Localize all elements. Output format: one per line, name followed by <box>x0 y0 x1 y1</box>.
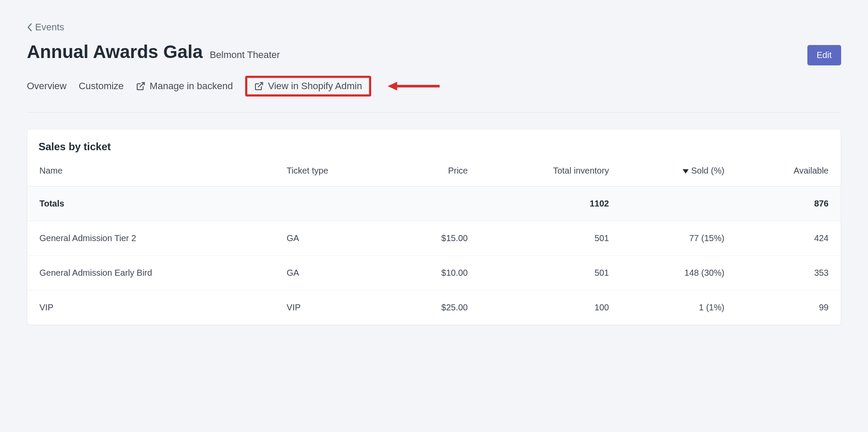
tab-manage-backend-label: Manage in backend <box>150 81 233 92</box>
title-left: Annual Awards Gala Belmont Theater <box>27 42 280 62</box>
tab-customize-label: Customize <box>79 81 124 92</box>
cell-available: 99 <box>735 290 841 325</box>
breadcrumb-label: Events <box>35 22 64 33</box>
sales-card: Sales by ticket Name Ticket type Price T… <box>27 129 841 325</box>
totals-inventory: 1102 <box>478 187 619 221</box>
cell-name: VIP <box>27 290 276 325</box>
tab-manage-backend[interactable]: Manage in backend <box>136 78 233 94</box>
cell-price: $25.00 <box>391 290 478 325</box>
external-link-icon <box>254 81 264 91</box>
cell-sold: 1 (1%) <box>619 290 735 325</box>
cell-available: 353 <box>735 256 841 290</box>
annotation-arrow <box>388 80 440 93</box>
sort-desc-icon <box>683 166 689 176</box>
edit-button[interactable]: Edit <box>807 45 841 65</box>
cell-sold: 77 (15%) <box>619 221 735 256</box>
card-title: Sales by ticket <box>27 129 841 160</box>
col-name[interactable]: Name <box>27 160 276 187</box>
cell-price: $10.00 <box>391 256 478 290</box>
tab-overview[interactable]: Overview <box>27 78 67 94</box>
cell-inventory: 501 <box>478 221 619 256</box>
table-row: VIP VIP $25.00 100 1 (1%) 99 <box>27 290 841 325</box>
table-row: General Admission Tier 2 GA $15.00 501 7… <box>27 221 841 256</box>
page-subtitle: Belmont Theater <box>210 49 280 61</box>
col-total-inventory[interactable]: Total inventory <box>478 160 619 187</box>
chevron-left-icon <box>27 23 32 32</box>
cell-name: General Admission Tier 2 <box>27 221 276 256</box>
col-sold[interactable]: Sold (%) <box>619 160 735 187</box>
totals-available: 876 <box>735 187 841 221</box>
cell-ticket-type: GA <box>276 256 391 290</box>
tab-view-shopify-admin-label: View in Shopify Admin <box>268 81 362 92</box>
cell-name: General Admission Early Bird <box>27 256 276 290</box>
totals-label: Totals <box>27 187 276 221</box>
title-row: Annual Awards Gala Belmont Theater Edit <box>27 42 841 65</box>
tab-overview-label: Overview <box>27 81 67 92</box>
cell-ticket-type: GA <box>276 221 391 256</box>
tab-view-shopify-admin[interactable]: View in Shopify Admin <box>245 76 371 97</box>
page-title: Annual Awards Gala <box>27 42 203 62</box>
cell-ticket-type: VIP <box>276 290 391 325</box>
cell-available: 424 <box>735 221 841 256</box>
tabs-row: Overview Customize Manage in backend Vie… <box>27 76 841 113</box>
external-link-icon <box>136 81 146 91</box>
col-available[interactable]: Available <box>735 160 841 187</box>
cell-inventory: 501 <box>478 256 619 290</box>
table-row: General Admission Early Bird GA $10.00 5… <box>27 256 841 290</box>
svg-marker-2 <box>683 169 689 174</box>
cell-inventory: 100 <box>478 290 619 325</box>
cell-price: $15.00 <box>391 221 478 256</box>
col-ticket-type[interactable]: Ticket type <box>276 160 391 187</box>
cell-sold: 148 (30%) <box>619 256 735 290</box>
tab-customize[interactable]: Customize <box>79 78 124 94</box>
svg-marker-1 <box>388 82 397 90</box>
table-header-row: Name Ticket type Price Total inventory S… <box>27 160 841 187</box>
totals-row: Totals 1102 876 <box>27 187 841 221</box>
breadcrumb[interactable]: Events <box>27 22 841 33</box>
col-price[interactable]: Price <box>391 160 478 187</box>
sales-table: Name Ticket type Price Total inventory S… <box>27 160 841 325</box>
